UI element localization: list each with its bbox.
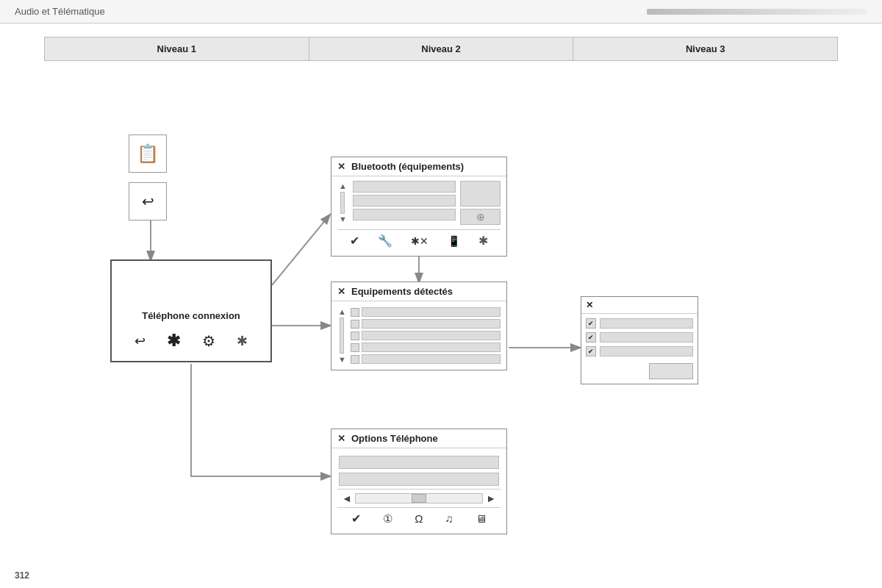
telephone-connexion-box: Téléphone connexion ↩ ✱ ⚙ ✱: [110, 259, 272, 362]
header-bar: Audio et Télématique: [0, 0, 882, 24]
equip-bar-1: [362, 307, 501, 317]
equip-scroll-up[interactable]: ▲: [338, 307, 346, 316]
settings-icon: ⚙: [202, 332, 215, 350]
bt-list-item[interactable]: [353, 181, 456, 193]
page-number: 312: [15, 570, 29, 581]
l3-row-1[interactable]: ✔: [586, 318, 693, 329]
diagram-area: 📋 ↩ Téléphone connexion ↩ ✱ ⚙ ✱ ✕ Blueto…: [44, 61, 838, 561]
tel-back-icon: ↩: [135, 333, 146, 349]
page-title: Audio et Télématique: [15, 6, 647, 17]
level1-header: Niveau 1: [45, 37, 309, 60]
l3-check-2[interactable]: ✔: [586, 332, 596, 343]
opt-rows: [337, 453, 501, 489]
opt-slider: ◄ ►: [337, 489, 501, 507]
options-panel-header: ✕ Options Téléphone: [331, 429, 506, 448]
opt-slider-track[interactable]: [355, 493, 483, 503]
bt-side-icon: ⊕: [460, 209, 501, 225]
equip-rows: [351, 306, 501, 365]
l3-check-3[interactable]: ✔: [586, 346, 596, 356]
l3-close-icon[interactable]: ✕: [581, 297, 698, 314]
bt-check-icon[interactable]: ✔: [350, 234, 359, 248]
equip-check-2[interactable]: [351, 320, 359, 329]
l3-check-1[interactable]: ✔: [586, 318, 596, 329]
equip-panel-body: ▲ ▼: [331, 301, 506, 370]
bluetooth-icon: ✱: [167, 331, 180, 351]
bt-scroll: ▲ ▼: [337, 181, 348, 225]
equip-scroll: ▲ ▼: [337, 306, 347, 365]
bluetooth-panel: ✕ Bluetooth (équipements) ▲ ▼ ⊕: [331, 157, 507, 257]
opt-headphone-icon[interactable]: Ω: [415, 512, 423, 525]
level2-header: Niveau 2: [309, 37, 574, 60]
equip-bar-3: [362, 331, 501, 340]
opt-clock-icon[interactable]: ①: [383, 512, 392, 526]
options-panel-body: ◄ ► ✔ ① Ω ♫ 🖥: [331, 448, 506, 534]
equip-check-4[interactable]: [351, 343, 359, 352]
tel-connexion-title: Téléphone connexion: [142, 310, 240, 321]
level-headers: Niveau 1 Niveau 2 Niveau 3: [44, 37, 838, 61]
equip-panel-header: ✕ Equipements détectés: [331, 282, 506, 301]
equipements-panel: ✕ Equipements détectés ▲ ▼: [331, 282, 507, 370]
l3-row-2[interactable]: ✔: [586, 332, 693, 343]
opt-screen-icon[interactable]: 🖥: [476, 512, 487, 525]
l3-bar-1: [600, 318, 693, 329]
bluetooth-panel-header: ✕ Bluetooth (équipements): [331, 157, 506, 176]
bt-bluetooth-off-icon[interactable]: ✱✕: [411, 235, 429, 247]
bt-connect-icon[interactable]: ✱: [478, 234, 488, 248]
options-close-icon[interactable]: ✕: [337, 433, 345, 444]
bt-scroll-down[interactable]: ▼: [339, 215, 347, 223]
back-nav-icon: ↩: [142, 193, 154, 210]
bt-device-icon[interactable]: 📱: [448, 235, 460, 247]
equip-bar-5: [362, 354, 501, 364]
bluetooth-panel-title: Bluetooth (équipements): [351, 161, 464, 172]
equip-scroll-down[interactable]: ▼: [338, 355, 346, 364]
equip-row[interactable]: [351, 307, 501, 317]
phone-list-icon: 📋: [137, 143, 159, 164]
opt-toolbar: ✔ ① Ω ♫ 🖥: [337, 507, 501, 529]
phone-icon-tile[interactable]: 📋: [129, 135, 167, 173]
bluetooth-close-icon[interactable]: ✕: [337, 161, 345, 172]
opt-slider-right[interactable]: ►: [486, 492, 496, 504]
svg-line-1: [272, 215, 329, 285]
opt-check-icon[interactable]: ✔: [351, 512, 361, 526]
opt-slider-thumb[interactable]: [412, 494, 426, 503]
opt-row-2[interactable]: [339, 473, 499, 486]
equip-close-icon[interactable]: ✕: [337, 286, 345, 297]
tel-connexion-icons: ↩ ✱ ⚙ ✱: [112, 326, 270, 361]
bt-main-list: [353, 181, 456, 225]
bt-list-item[interactable]: [353, 195, 456, 207]
l3-bar-2: [600, 332, 693, 343]
equip-bar-4: [362, 343, 501, 352]
equip-row[interactable]: [351, 319, 501, 329]
back-icon-tile[interactable]: ↩: [129, 182, 167, 220]
equip-panel-title: Equipements détectés: [351, 286, 453, 297]
equip-check-1[interactable]: [351, 308, 359, 317]
bt-wrench-icon[interactable]: 🔧: [378, 234, 392, 248]
bt-scroll-bar: [340, 192, 345, 214]
level3-header: Niveau 3: [573, 37, 837, 60]
bluetooth-panel-body: ▲ ▼ ⊕ ✔ 🔧 ✱✕: [331, 176, 506, 256]
opt-row-1[interactable]: [339, 456, 499, 469]
equip-scroll-bar: [340, 318, 344, 354]
bluetooth2-icon: ✱: [237, 333, 248, 349]
equip-list-area: ▲ ▼: [337, 306, 501, 365]
opt-slider-left[interactable]: ◄: [342, 492, 352, 504]
l3-body: ✔ ✔ ✔: [581, 314, 698, 384]
bt-list-item[interactable]: [353, 209, 456, 220]
bt-side-panel: ⊕: [460, 181, 501, 225]
l3-ok-button[interactable]: [649, 363, 693, 379]
equip-bar-2: [362, 319, 501, 329]
equip-check-5[interactable]: [351, 355, 359, 364]
l3-row-3[interactable]: ✔: [586, 346, 693, 356]
equip-row[interactable]: [351, 331, 501, 340]
bt-list-area: ▲ ▼ ⊕: [337, 181, 501, 225]
options-telephone-panel: ✕ Options Téléphone ◄ ► ✔ ① Ω ♫ 🖥: [331, 429, 507, 534]
bt-side-top: [460, 181, 501, 207]
equip-row[interactable]: [351, 354, 501, 364]
equip-check-3[interactable]: [351, 331, 359, 340]
opt-earphone-icon[interactable]: ♫: [445, 512, 453, 525]
equip-row[interactable]: [351, 343, 501, 352]
bt-toolbar: ✔ 🔧 ✱✕ 📱 ✱: [337, 229, 501, 251]
bt-scroll-up[interactable]: ▲: [339, 182, 347, 190]
bt-wifi-icon: ⊕: [476, 211, 485, 223]
level3-panel: ✕ ✔ ✔ ✔: [581, 296, 698, 384]
